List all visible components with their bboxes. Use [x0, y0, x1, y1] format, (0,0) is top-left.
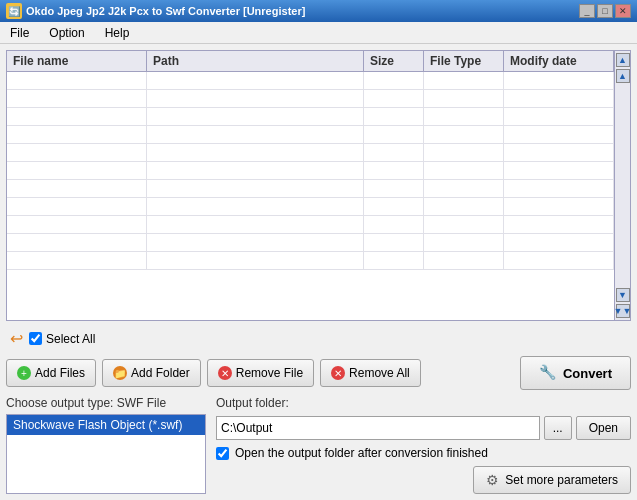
set-more-label: Set more parameters — [505, 473, 618, 487]
scrollbar[interactable]: ▲ ▲ ▼ ▼▼ — [614, 51, 630, 320]
remove-file-label: Remove File — [236, 366, 303, 380]
title-bar-left: 🔄 Okdo Jpeg Jp2 J2k Pcx to Swf Converter… — [6, 3, 305, 19]
output-folder-input[interactable] — [216, 416, 540, 440]
title-bar: 🔄 Okdo Jpeg Jp2 J2k Pcx to Swf Converter… — [0, 0, 637, 22]
menu-help[interactable]: Help — [99, 24, 136, 42]
scroll-top-button[interactable]: ▲ — [616, 53, 630, 67]
add-files-icon: + — [17, 366, 31, 380]
output-folder-panel: Output folder: ... Open Open the output … — [216, 396, 631, 494]
open-folder-text: Open the output folder after conversion … — [235, 446, 488, 460]
convert-label: Convert — [563, 366, 612, 381]
scroll-bottom-button[interactable]: ▼▼ — [616, 304, 630, 318]
table-header: File name Path Size File Type Modify dat… — [7, 51, 614, 72]
add-folder-icon: 📁 — [113, 366, 127, 380]
table-row — [7, 198, 614, 216]
select-all-row: ↩ Select All — [6, 327, 631, 350]
menu-bar: File Option Help — [0, 22, 637, 44]
open-button[interactable]: Open — [576, 416, 631, 440]
output-type-item[interactable]: Shockwave Flash Object (*.swf) — [7, 415, 205, 435]
title-bar-controls[interactable]: _ □ ✕ — [579, 4, 631, 18]
output-type-list[interactable]: Shockwave Flash Object (*.swf) — [6, 414, 206, 494]
table-row — [7, 126, 614, 144]
col-size: Size — [364, 51, 424, 71]
table-row — [7, 144, 614, 162]
open-folder-checkbox[interactable] — [216, 447, 229, 460]
convert-button[interactable]: 🔧 Convert — [520, 356, 631, 390]
table-row — [7, 108, 614, 126]
table-row — [7, 252, 614, 270]
toolbar-row: + Add Files 📁 Add Folder ✕ Remove File ✕… — [6, 356, 631, 390]
remove-all-icon: ✕ — [331, 366, 345, 380]
remove-all-button[interactable]: ✕ Remove All — [320, 359, 421, 387]
maximize-button[interactable]: □ — [597, 4, 613, 18]
col-modifydate: Modify date — [504, 51, 614, 71]
menu-file[interactable]: File — [4, 24, 35, 42]
table-row — [7, 72, 614, 90]
table-row — [7, 162, 614, 180]
add-files-button[interactable]: + Add Files — [6, 359, 96, 387]
gear-icon: ⚙ — [486, 472, 499, 488]
main-content: File name Path Size File Type Modify dat… — [0, 44, 637, 500]
select-all-text: Select All — [46, 332, 95, 346]
close-button[interactable]: ✕ — [615, 4, 631, 18]
table-row — [7, 180, 614, 198]
remove-file-button[interactable]: ✕ Remove File — [207, 359, 314, 387]
menu-option[interactable]: Option — [43, 24, 90, 42]
table-row — [7, 216, 614, 234]
table-body — [7, 72, 614, 270]
browse-button[interactable]: ... — [544, 416, 572, 440]
convert-icon: 🔧 — [539, 364, 557, 382]
col-filetype: File Type — [424, 51, 504, 71]
file-table: File name Path Size File Type Modify dat… — [7, 51, 614, 320]
table-row — [7, 234, 614, 252]
bottom-section: Choose output type: SWF File Shockwave F… — [6, 396, 631, 494]
output-type-label: Choose output type: SWF File — [6, 396, 206, 410]
output-folder-label: Output folder: — [216, 396, 631, 410]
output-folder-row: ... Open — [216, 416, 631, 440]
scroll-down-button[interactable]: ▼ — [616, 288, 630, 302]
file-table-container: File name Path Size File Type Modify dat… — [6, 50, 631, 321]
add-folder-button[interactable]: 📁 Add Folder — [102, 359, 201, 387]
minimize-button[interactable]: _ — [579, 4, 595, 18]
app-icon: 🔄 — [6, 3, 22, 19]
set-more-button[interactable]: ⚙ Set more parameters — [473, 466, 631, 494]
open-folder-checkbox-label[interactable]: Open the output folder after conversion … — [216, 446, 631, 460]
remove-all-label: Remove All — [349, 366, 410, 380]
add-folder-label: Add Folder — [131, 366, 190, 380]
col-filename: File name — [7, 51, 147, 71]
set-more-row: ⚙ Set more parameters — [216, 466, 631, 494]
col-path: Path — [147, 51, 364, 71]
back-icon: ↩ — [10, 329, 23, 348]
select-all-label[interactable]: Select All — [29, 332, 95, 346]
title-text: Okdo Jpeg Jp2 J2k Pcx to Swf Converter [… — [26, 5, 305, 17]
scroll-up-button[interactable]: ▲ — [616, 69, 630, 83]
select-all-checkbox[interactable] — [29, 332, 42, 345]
remove-file-icon: ✕ — [218, 366, 232, 380]
add-files-label: Add Files — [35, 366, 85, 380]
output-type-panel: Choose output type: SWF File Shockwave F… — [6, 396, 206, 494]
table-row — [7, 90, 614, 108]
